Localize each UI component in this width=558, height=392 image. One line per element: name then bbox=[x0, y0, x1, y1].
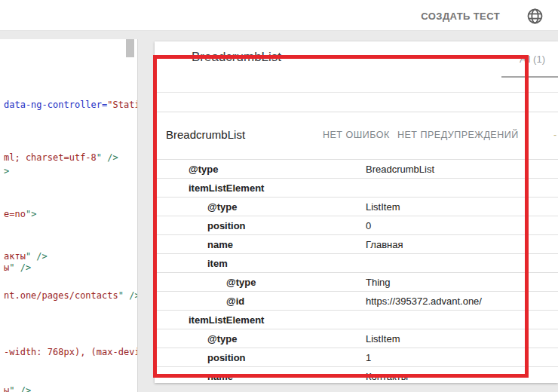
property-table: @typeBreadcrumbList itemListElement @typ… bbox=[155, 159, 558, 383]
code-line: > bbox=[4, 166, 9, 177]
scrollbar-thumb[interactable] bbox=[126, 39, 134, 57]
code-line: nt.one/pages/contacts" /> bbox=[4, 290, 138, 302]
property-key: @type bbox=[189, 164, 218, 175]
results-panel-title: BreadcrumbList bbox=[192, 50, 281, 65]
code-value: "Stati bbox=[107, 100, 138, 110]
property-value: BreadcrumbList bbox=[366, 164, 434, 175]
table-row[interactable]: @typeThing bbox=[155, 272, 558, 291]
code-punct: " /> bbox=[9, 385, 31, 392]
code-value: e=no bbox=[4, 209, 26, 219]
table-row[interactable]: itemListElement bbox=[155, 178, 558, 197]
code-line: ы" /> bbox=[4, 385, 31, 392]
property-key: item bbox=[207, 258, 228, 269]
top-app-bar: СОЗДАТЬ ТЕСТ bbox=[0, 0, 558, 31]
property-value: https://395372.advant.one/ bbox=[366, 296, 482, 307]
property-key: @type bbox=[207, 201, 237, 213]
code-line: ml; charset=utf-8" /> bbox=[4, 152, 118, 164]
code-line: e=no"> bbox=[4, 209, 36, 220]
table-row[interactable]: @typeListItem bbox=[155, 329, 558, 348]
property-value: 0 bbox=[366, 220, 371, 231]
table-row[interactable]: itemListElement bbox=[155, 310, 558, 329]
property-key: name bbox=[207, 371, 233, 382]
code-punct: " /> bbox=[97, 152, 118, 163]
property-key: itemListElement bbox=[189, 182, 264, 194]
property-value: ListItem bbox=[366, 333, 400, 345]
back-arrow-icon[interactable]: ← bbox=[165, 46, 180, 63]
table-row[interactable]: @typeListItem bbox=[155, 197, 558, 216]
globe-language-icon[interactable] bbox=[526, 7, 544, 26]
table-row[interactable]: nameГлавная bbox=[155, 234, 558, 253]
code-value: акты bbox=[4, 251, 26, 262]
source-code-panel[interactable]: data-ng-controller="Stati ml; charset=ut… bbox=[0, 39, 138, 392]
property-key: @type bbox=[226, 277, 256, 288]
code-line: акты" /> bbox=[4, 251, 48, 262]
table-row[interactable]: position1 bbox=[155, 348, 558, 366]
property-key: position bbox=[207, 352, 246, 363]
code-value: ml; charset=utf-8 bbox=[4, 152, 97, 163]
structured-data-results-panel: ← BreadcrumbList All (1) BreadcrumbList … bbox=[155, 41, 558, 383]
code-value: nt.one/pages/contacts bbox=[4, 290, 118, 301]
truncated-badge: - bbox=[553, 130, 556, 140]
header-divider bbox=[155, 92, 558, 93]
code-value: -width: 768px), (max-devic bbox=[4, 347, 138, 357]
code-line: ы" /> bbox=[4, 262, 31, 274]
tab-all[interactable]: All (1) bbox=[520, 54, 545, 65]
no-warnings-badge[interactable]: НЕТ ПРЕДУПРЕЖДЕНИЙ bbox=[397, 130, 519, 140]
property-value: 1 bbox=[366, 352, 371, 363]
code-punct: "> bbox=[26, 209, 36, 219]
property-value: Thing bbox=[366, 277, 391, 288]
table-row[interactable]: item bbox=[155, 253, 558, 272]
table-row[interactable]: nameКонтакты bbox=[155, 366, 558, 383]
no-errors-badge[interactable]: НЕТ ОШИБОК bbox=[323, 130, 390, 140]
code-punct: > bbox=[4, 166, 9, 176]
property-key: itemListElement bbox=[189, 314, 264, 326]
code-punct: " /> bbox=[118, 290, 138, 301]
table-row[interactable]: @typeBreadcrumbList bbox=[155, 159, 558, 178]
property-value: Главная bbox=[366, 239, 403, 250]
code-line: data-ng-controller="Stati bbox=[4, 100, 138, 111]
property-key: name bbox=[207, 239, 233, 250]
code-punct: " /> bbox=[9, 262, 31, 273]
property-key: @type bbox=[207, 333, 237, 345]
code-punct: " /> bbox=[26, 251, 48, 262]
breadcrumblist-detail-card: BreadcrumbList НЕТ ОШИБОК НЕТ ПРЕДУПРЕЖД… bbox=[155, 112, 558, 383]
tab-underline bbox=[501, 76, 558, 78]
card-title[interactable]: BreadcrumbList bbox=[166, 128, 245, 141]
property-value: Контакты bbox=[366, 371, 408, 382]
create-test-button[interactable]: СОЗДАТЬ ТЕСТ bbox=[421, 11, 500, 22]
code-line: -width: 768px), (max-devic bbox=[4, 347, 138, 358]
table-row[interactable]: @idhttps://395372.advant.one/ bbox=[155, 291, 558, 310]
property-key: position bbox=[207, 220, 246, 231]
table-row[interactable]: position0 bbox=[155, 216, 558, 234]
code-attr: data-ng-controller= bbox=[4, 100, 107, 110]
property-value: ListItem bbox=[366, 201, 400, 213]
property-key: @id bbox=[226, 296, 244, 307]
